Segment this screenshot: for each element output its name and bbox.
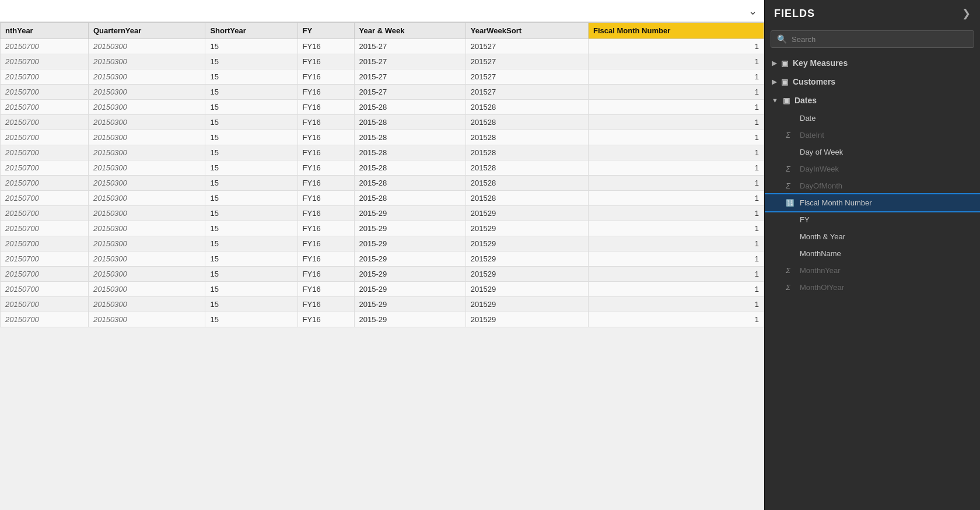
col-header-yearweeksort[interactable]: YearWeekSort [466, 23, 588, 39]
col-header-monthyear[interactable]: nthYear [1, 23, 89, 39]
field-type-icon: Σ [786, 266, 795, 275]
cell-0-5: 201527 [466, 39, 588, 54]
cell-14-3: FY16 [298, 251, 354, 267]
field-item-day-of-week[interactable]: Day of Week [765, 144, 980, 160]
cell-7-1: 20150300 [88, 145, 205, 160]
field-item-month-and-year[interactable]: Month & Year [765, 228, 980, 245]
table-row: 201507002015030015FY162015-292015291 [1, 251, 764, 267]
cell-12-4: 2015-29 [354, 221, 466, 236]
field-item-fiscal-month-number[interactable]: 🔢Fiscal Month Number [765, 194, 980, 211]
cell-1-5: 201527 [466, 54, 588, 69]
field-item-dayofmonth[interactable]: ΣDayOfMonth [765, 177, 980, 194]
cell-1-1: 20150300 [88, 54, 205, 69]
cell-11-6: 1 [589, 206, 764, 221]
cell-5-2: 15 [205, 115, 298, 130]
cell-8-3: FY16 [298, 160, 354, 176]
cell-5-5: 201528 [466, 115, 588, 130]
field-label-dateint: DateInt [800, 131, 824, 139]
arrow-icon: ▶ [772, 60, 776, 67]
cell-5-6: 1 [589, 115, 764, 130]
table-area: ⌄ nthYearQuarternYearShortYearFYYear & W… [0, 0, 764, 510]
cell-11-3: FY16 [298, 206, 354, 221]
fields-title: FIELDS [774, 8, 815, 20]
cell-4-1: 20150300 [88, 100, 205, 115]
cell-5-4: 2015-28 [354, 115, 466, 130]
field-group-header-dates[interactable]: ▼▣Dates [765, 91, 980, 110]
field-group-header-key-measures[interactable]: ▶▣Key Measures [765, 54, 980, 72]
table-body: 201507002015030015FY162015-2720152712015… [1, 39, 764, 327]
cell-5-3: FY16 [298, 115, 354, 130]
cell-3-6: 1 [589, 85, 764, 100]
cell-15-1: 20150300 [88, 267, 205, 282]
cell-10-2: 15 [205, 191, 298, 206]
table-row: 201507002015030015FY162015-282015281 [1, 191, 764, 206]
cell-18-1: 20150300 [88, 312, 205, 327]
field-label-monthnyear: MonthnYear [800, 266, 841, 275]
cell-8-6: 1 [589, 160, 764, 176]
field-label-month-and-year: Month & Year [800, 232, 845, 241]
table-row: 201507002015030015FY162015-292015291 [1, 236, 764, 251]
field-label-fiscal-month-number: Fiscal Month Number [800, 198, 872, 207]
cell-7-6: 1 [589, 145, 764, 160]
field-item-monthofyear[interactable]: ΣMonthOfYear [765, 279, 980, 296]
cell-15-3: FY16 [298, 267, 354, 282]
cell-18-0: 20150700 [1, 312, 89, 327]
cell-10-4: 2015-28 [354, 191, 466, 206]
cell-9-1: 20150300 [88, 176, 205, 191]
cell-11-1: 20150300 [88, 206, 205, 221]
table-scroll[interactable]: nthYearQuarternYearShortYearFYYear & Wee… [0, 22, 764, 510]
cell-8-0: 20150700 [1, 160, 89, 176]
table-row: 201507002015030015FY162015-272015271 [1, 39, 764, 54]
cell-14-5: 201529 [466, 251, 588, 267]
col-header-shortyear[interactable]: ShortYear [205, 23, 298, 39]
fields-header: FIELDS ❯ [765, 0, 980, 27]
cell-12-3: FY16 [298, 221, 354, 236]
arrow-icon: ▼ [772, 97, 778, 104]
cell-17-6: 1 [589, 297, 764, 312]
col-header-yearweek[interactable]: Year & Week [354, 23, 466, 39]
col-header-fy[interactable]: FY [298, 23, 354, 39]
cell-4-5: 201528 [466, 100, 588, 115]
table-icon: ▣ [781, 78, 788, 86]
field-item-dateint[interactable]: ΣDateInt [765, 127, 980, 144]
cell-9-3: FY16 [298, 176, 354, 191]
cell-13-0: 20150700 [1, 236, 89, 251]
fields-collapse-button[interactable]: ❯ [962, 7, 971, 20]
cell-4-2: 15 [205, 100, 298, 115]
cell-15-5: 201529 [466, 267, 588, 282]
field-item-monthnyear[interactable]: ΣMonthnYear [765, 262, 980, 279]
search-icon: 🔍 [777, 34, 787, 44]
collapse-icon[interactable]: ⌄ [748, 5, 757, 18]
field-type-icon: Σ [786, 283, 795, 292]
table-row: 201507002015030015FY162015-292015291 [1, 267, 764, 282]
col-header-quarternyear[interactable]: QuarternYear [88, 23, 205, 39]
cell-16-6: 1 [589, 282, 764, 297]
cell-16-4: 2015-29 [354, 282, 466, 297]
table-row: 201507002015030015FY162015-282015281 [1, 130, 764, 145]
table-row: 201507002015030015FY162015-282015281 [1, 145, 764, 160]
cell-1-6: 1 [589, 54, 764, 69]
cell-9-6: 1 [589, 176, 764, 191]
cell-2-6: 1 [589, 69, 764, 85]
cell-9-5: 201528 [466, 176, 588, 191]
field-item-dayinweek[interactable]: ΣDayInWeek [765, 160, 980, 177]
cell-16-0: 20150700 [1, 282, 89, 297]
cell-9-2: 15 [205, 176, 298, 191]
cell-3-3: FY16 [298, 85, 354, 100]
table-header-row: nthYearQuarternYearShortYearFYYear & Wee… [1, 23, 764, 39]
cell-1-4: 2015-27 [354, 54, 466, 69]
cell-2-4: 2015-27 [354, 69, 466, 85]
cell-4-4: 2015-28 [354, 100, 466, 115]
cell-17-1: 20150300 [88, 297, 205, 312]
field-item-fy[interactable]: FY [765, 211, 980, 228]
field-group-header-customers[interactable]: ▶▣Customers [765, 72, 980, 91]
cell-16-1: 20150300 [88, 282, 205, 297]
col-header-fiscalmonth[interactable]: Fiscal Month Number [589, 23, 764, 39]
cell-0-0: 20150700 [1, 39, 89, 54]
cell-6-4: 2015-28 [354, 130, 466, 145]
field-item-date[interactable]: Date [765, 110, 980, 127]
search-input[interactable] [792, 35, 968, 44]
field-item-monthname[interactable]: MonthName [765, 245, 980, 262]
table-icon: ▣ [781, 59, 788, 68]
cell-13-2: 15 [205, 236, 298, 251]
